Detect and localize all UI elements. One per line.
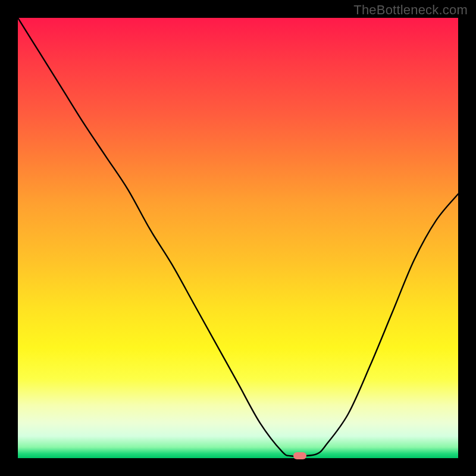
bottleneck-curve bbox=[18, 18, 458, 458]
optimum-marker bbox=[293, 452, 306, 459]
curve-path bbox=[18, 18, 458, 456]
plot-area bbox=[18, 18, 458, 458]
chart-frame: TheBottleneck.com bbox=[0, 0, 476, 476]
watermark-text: TheBottleneck.com bbox=[353, 2, 468, 18]
